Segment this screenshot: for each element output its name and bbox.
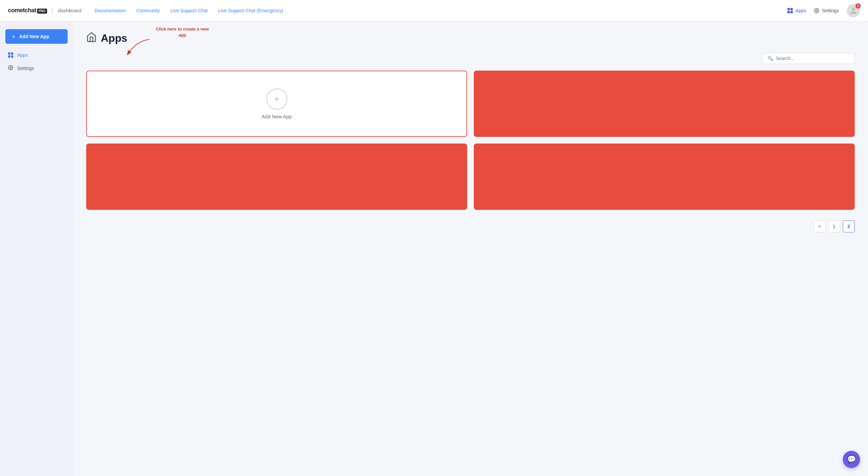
logo-area: cometchatPRO | dashboard bbox=[8, 7, 81, 14]
chat-icon: 💬 bbox=[847, 455, 856, 464]
home-icon bbox=[86, 32, 97, 45]
nav-links: Documentation Community Live Support Cha… bbox=[94, 8, 787, 13]
add-circle-icon: + bbox=[266, 89, 287, 110]
add-new-app-card[interactable]: + Add New App bbox=[86, 71, 467, 137]
sidebar-item-settings[interactable]: Settings bbox=[3, 62, 70, 75]
plus-icon: + bbox=[274, 94, 279, 104]
logo-main: cometchatPRO bbox=[8, 7, 47, 14]
pagination-page-1[interactable]: 1 bbox=[828, 220, 840, 232]
avatar-wrapper[interactable]: 1 bbox=[847, 4, 860, 17]
header: cometchatPRO | dashboard Documentation C… bbox=[0, 0, 868, 21]
sidebar-settings-label: Settings bbox=[17, 66, 34, 71]
nav-live-support[interactable]: Live Support Chat bbox=[170, 8, 208, 13]
nav-documentation[interactable]: Documentation bbox=[94, 8, 126, 13]
apps-grid: + Add New App bbox=[86, 71, 855, 210]
add-new-app-card-label: Add New App bbox=[261, 114, 292, 119]
settings-icon-sidebar bbox=[8, 65, 13, 72]
header-right: Apps Settings 1 bbox=[787, 4, 860, 17]
sidebar-apps-label: Apps bbox=[17, 52, 28, 58]
svg-point-1 bbox=[10, 67, 11, 68]
pagination-page-2[interactable]: 2 bbox=[843, 220, 855, 232]
logo-text-main: cometchat bbox=[8, 7, 36, 13]
sidebar: ＋ Add New App Apps Settings bbox=[0, 21, 73, 476]
logo-dashboard: dashboard bbox=[58, 8, 81, 13]
search-input[interactable] bbox=[776, 56, 849, 61]
nav-live-support-emergency[interactable]: Live Support Chat (Emergency) bbox=[218, 8, 283, 13]
tooltip-search-area: Click here to create a new app 🔍 bbox=[86, 53, 855, 64]
settings-icon bbox=[814, 8, 819, 13]
add-new-app-button[interactable]: ＋ Add New App bbox=[5, 29, 68, 44]
nav-community[interactable]: Community bbox=[136, 8, 160, 13]
main-content: Apps Click here to create a new app 🔍 bbox=[73, 21, 868, 476]
header-apps-button[interactable]: Apps bbox=[787, 8, 806, 13]
logo-pro-badge: PRO bbox=[37, 9, 47, 13]
page-header: Apps bbox=[86, 32, 855, 45]
header-apps-label: Apps bbox=[796, 8, 806, 13]
page-title: Apps bbox=[101, 32, 127, 44]
search-box[interactable]: 🔍 bbox=[762, 53, 855, 64]
apps-grid-icon-sidebar bbox=[8, 52, 13, 58]
app-card-1[interactable] bbox=[474, 71, 855, 137]
live-chat-bubble[interactable]: 💬 bbox=[843, 451, 860, 468]
pagination-prev[interactable]: < bbox=[814, 220, 826, 232]
logo-divider: | bbox=[52, 7, 53, 14]
app-card-3[interactable] bbox=[474, 144, 855, 210]
notification-badge: 1 bbox=[856, 3, 861, 9]
app-card-2[interactable] bbox=[86, 144, 467, 210]
add-icon: ＋ bbox=[10, 32, 17, 40]
svg-point-0 bbox=[816, 10, 817, 11]
search-row: 🔍 bbox=[86, 53, 855, 64]
header-settings-label: Settings bbox=[822, 8, 839, 13]
layout: ＋ Add New App Apps Settings bbox=[0, 21, 868, 476]
sidebar-item-apps[interactable]: Apps bbox=[3, 49, 70, 61]
add-new-app-label: Add New App bbox=[19, 34, 49, 39]
apps-grid-icon bbox=[787, 8, 793, 13]
pagination: < 1 2 bbox=[86, 220, 855, 232]
header-settings-button[interactable]: Settings bbox=[814, 8, 839, 13]
search-icon: 🔍 bbox=[768, 56, 773, 61]
